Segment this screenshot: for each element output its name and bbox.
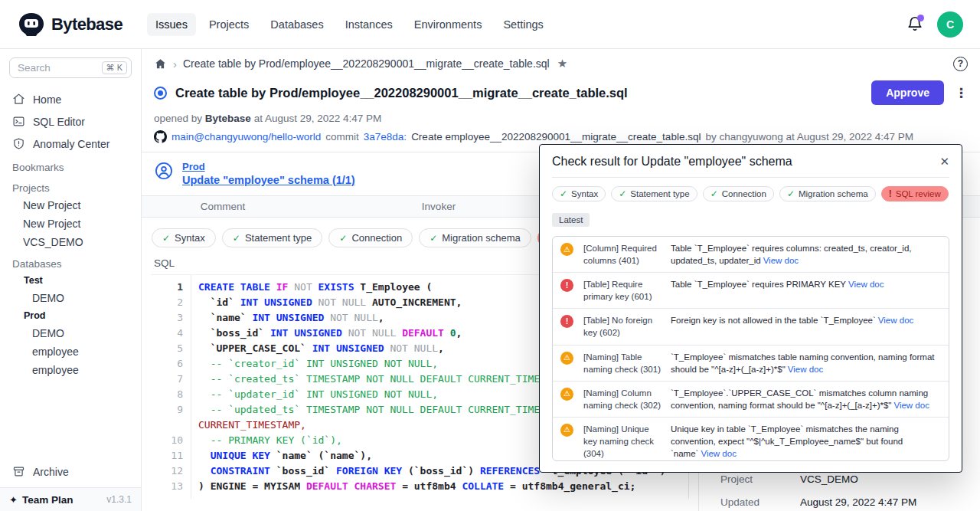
check-pill-statement-type[interactable]: ✓Statement type	[611, 186, 697, 201]
bytebase-logo[interactable]: Bytebase	[18, 13, 122, 36]
nav-item-projects[interactable]: Projects	[201, 13, 257, 36]
sidebar-project-item[interactable]: New Project	[0, 196, 141, 215]
warning-icon: ⚠	[560, 352, 573, 365]
check-rule-title: [Table] Require primary key (601)	[583, 278, 663, 303]
sidebar-db-item[interactable]: employee	[0, 342, 141, 361]
home-icon[interactable]	[154, 57, 167, 70]
view-doc-link[interactable]: View doc	[701, 449, 736, 458]
commit-author: by changyuwong at August 29, 2022 4:47 P…	[705, 131, 913, 142]
check-result-row: ⚠[Naming] Unique key naming check (304)U…	[553, 418, 949, 461]
sql-line-content: `id` INT UNSIGNED NOT NULL AUTO_INCREMEN…	[191, 295, 462, 310]
line-number: 11	[151, 448, 191, 464]
sidebar-projects-list: New ProjectNew ProjectVCS_DEMO	[0, 196, 141, 251]
help-icon[interactable]: ?	[953, 57, 968, 71]
breadcrumb: › Create table by Prod/employee__2022082…	[142, 49, 980, 78]
search-input[interactable]: Search ⌘ K	[9, 57, 132, 78]
commit-line: main@changyuwong/hello-world commit 3a7e…	[142, 124, 980, 143]
sql-line-content: `UPPER_CASE_COL` INT UNSIGNED NOT NULL,	[191, 341, 444, 356]
check-pill-migration-schema[interactable]: ✓Migration schema	[419, 228, 531, 247]
sql-line: 13) ENGINE = MYISAM DEFAULT CHARSET = ut…	[151, 479, 688, 494]
view-doc-link[interactable]: View doc	[893, 401, 929, 410]
pill-label: Statement type	[630, 189, 689, 198]
view-doc-link[interactable]: View doc	[878, 316, 913, 325]
check-pill-connection[interactable]: ✓Connection	[703, 186, 774, 201]
sql-line-content: `name` INT UNSIGNED NOT NULL,	[191, 310, 384, 326]
view-doc-link[interactable]: View doc	[848, 280, 884, 289]
warning-icon: ⚠	[560, 424, 573, 437]
nav-item-databases[interactable]: Databases	[262, 13, 332, 36]
check-pill-statement-type[interactable]: ✓Statement type	[222, 228, 323, 247]
commit-message: Create employee__202208290001__migrate__…	[411, 131, 701, 142]
view-doc-link[interactable]: View doc	[788, 365, 823, 374]
nav-item-instances[interactable]: Instances	[337, 13, 401, 36]
history-column-comment: Comment	[142, 201, 304, 212]
line-number: 3	[151, 310, 191, 326]
github-icon	[154, 130, 167, 143]
sql-line-content: UNIQUE KEY `name` (`name`),	[191, 448, 372, 464]
sidebar-item-sql-editor[interactable]: SQL Editor	[0, 110, 141, 133]
breadcrumb-page-title[interactable]: Create table by Prod/employee__202208290…	[183, 57, 550, 70]
commit-hash-link[interactable]: 3a7e8da:	[364, 131, 407, 142]
home-icon	[12, 93, 25, 106]
bytebase-logo-icon	[18, 13, 44, 36]
detail-label: Project	[720, 473, 800, 485]
check-mark-icon: ✓	[339, 233, 347, 244]
check-pill-connection[interactable]: ✓Connection	[328, 228, 413, 247]
issue-opened-line: opened by Bytebase at August 29, 2022 4:…	[142, 105, 980, 124]
sidebar-item-archive[interactable]: Archive	[0, 460, 141, 483]
issue-status-open-icon	[154, 87, 167, 100]
pill-label: Syntax	[175, 232, 205, 244]
pill-label: SQL review	[896, 189, 941, 198]
stage-environment-link[interactable]: Prod	[182, 161, 355, 172]
issue-title: Create table by Prod/employee__202208290…	[175, 86, 628, 100]
close-icon[interactable]: ✕	[939, 155, 949, 169]
check-pill-syntax[interactable]: ✓Syntax	[552, 186, 606, 201]
kebab-menu-icon[interactable]: ⋮	[955, 87, 968, 100]
stage-task-link[interactable]: Update "employee" schema (1/1)	[182, 174, 355, 186]
check-result-modal: Check result for Update "employee" schem…	[539, 144, 962, 473]
line-number: 1	[151, 280, 191, 295]
check-pill-migration-schema[interactable]: ✓Migration schema	[779, 186, 876, 201]
star-icon[interactable]: ★	[557, 57, 567, 70]
sparkle-icon: ✦	[9, 494, 18, 506]
check-rule-detail: Foreign key is not allowed in the table …	[671, 314, 941, 339]
line-number: 10	[151, 433, 191, 448]
nav-item-issues[interactable]: Issues	[147, 13, 196, 36]
sidebar-item-home[interactable]: Home	[0, 88, 141, 110]
line-number: 9	[151, 402, 191, 418]
sql-line-content: CURRENT_TIMESTAMP,	[191, 418, 306, 433]
sql-line-content: -- `creator_id` INT UNSIGNED NOT NULL,	[191, 356, 438, 372]
archive-icon	[12, 465, 25, 478]
sidebar-project-item[interactable]: VCS_DEMO	[0, 233, 141, 251]
archive-label: Archive	[33, 466, 69, 478]
view-doc-link[interactable]: View doc	[763, 256, 799, 265]
pill-label: Migration schema	[442, 232, 521, 244]
sql-line-content: `boss_id` INT UNSIGNED NOT NULL DEFAULT …	[191, 326, 462, 341]
search-shortcut: ⌘ K	[102, 61, 127, 74]
detail-value: VCS_DEMO	[800, 473, 858, 485]
nav-item-environments[interactable]: Environments	[406, 13, 491, 36]
check-pill-sql-review[interactable]: !SQL review	[881, 186, 949, 201]
check-result-row: ![Table] Require primary key (601)Table …	[553, 273, 949, 309]
check-rule-detail: `T_Employee`.`UPPER_CASE_COL` mismatches…	[671, 387, 941, 411]
check-pill-syntax[interactable]: ✓Syntax	[152, 228, 216, 247]
sidebar-item-label: Home	[33, 93, 61, 106]
line-number: 8	[151, 387, 191, 402]
notification-bell-icon[interactable]	[906, 15, 923, 34]
sidebar-db-item[interactable]: employee	[0, 361, 141, 379]
sql-line-content: CREATE TABLE IF NOT EXISTS T_Employee (	[191, 280, 432, 295]
sidebar-item-anomaly-center[interactable]: Anomaly Center	[0, 133, 141, 155]
sidebar-section-databases: Databases	[0, 251, 141, 272]
nav-item-settings[interactable]: Settings	[495, 13, 551, 36]
approve-button[interactable]: Approve	[871, 80, 944, 105]
avatar[interactable]: C	[937, 11, 963, 38]
check-mark-icon: ✓	[787, 188, 795, 199]
check-rule-title: [Column] Required columns (401)	[583, 242, 663, 267]
sidebar-db-item[interactable]: DEMO	[0, 324, 141, 342]
sidebar-project-item[interactable]: New Project	[0, 215, 141, 233]
plan-footer[interactable]: ✦ Team Plan v1.3.1	[0, 487, 141, 511]
line-number: 2	[151, 295, 191, 310]
commit-branch-link[interactable]: main@changyuwong/hello-world	[172, 131, 321, 142]
line-number: 6	[151, 356, 191, 372]
sidebar-db-item[interactable]: DEMO	[0, 289, 141, 307]
